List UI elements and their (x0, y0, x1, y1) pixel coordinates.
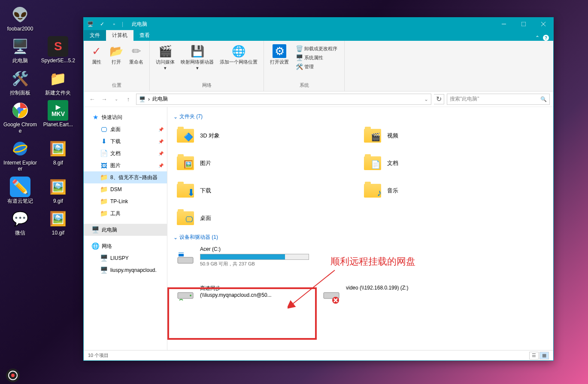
folder-pictures[interactable]: 🖼️图片 (173, 149, 361, 177)
drive-c[interactable]: Acer (C:) 50.9 GB 可用，共 237 GB (173, 243, 311, 271)
help-icon[interactable]: ? (543, 35, 549, 41)
address-bar: ← → ⌄ ↑ 🖥️ › 此电脑 ⌄ ↻ 搜索"此电脑" 🔍 (84, 91, 553, 107)
nav-forward-button[interactable]: → (99, 94, 109, 104)
svg-rect-11 (179, 253, 184, 254)
section-folders[interactable]: ⌄文件夹 (7) (173, 111, 547, 122)
window-title: 此电脑 (132, 21, 147, 28)
svg-rect-5 (521, 22, 526, 26)
breadcrumb-this-pc[interactable]: 此电脑 (152, 95, 168, 103)
nav-folder-router[interactable]: 📁8、值无不言~路由器 (84, 171, 167, 183)
pin-icon: 📌 (158, 151, 164, 156)
address-input[interactable]: 🖥️ › 此电脑 ⌄ (136, 94, 431, 105)
folder-music[interactable]: ♪音乐 (361, 177, 548, 204)
pin-icon: 📌 (158, 139, 164, 144)
status-bar: 10 个项目 ☰ ▦ (84, 350, 553, 360)
ribbon-collapse-icon[interactable]: ⌃ (535, 35, 540, 41)
pc-icon: 🖥️ (139, 96, 145, 102)
youdao-icon[interactable]: ✏️有道云笔记 (3, 177, 37, 204)
refresh-button[interactable]: ↻ (434, 94, 444, 104)
tab-view[interactable]: 查看 (133, 30, 156, 41)
nav-folder-dsm[interactable]: 📁DSM (84, 183, 167, 195)
explorer-window: 🖥️ ✓ ▫ | 此电脑 文件 计算机 查看 ⌃ ? ✓属性 📂打开 ✏重命名 (83, 17, 554, 361)
svg-rect-8 (178, 257, 193, 263)
nav-liuspy[interactable]: 🖥️LIUSPY (84, 252, 167, 264)
tab-computer[interactable]: 计算机 (106, 30, 133, 41)
nav-documents[interactable]: 📄文档📌 (84, 147, 167, 159)
open-button[interactable]: 📂打开 (107, 43, 126, 67)
tab-file[interactable]: 文件 (84, 30, 106, 41)
pin-icon: 📌 (158, 163, 164, 168)
maximize-button[interactable] (514, 18, 533, 30)
titlebar[interactable]: 🖥️ ✓ ▫ | 此电脑 (84, 18, 553, 30)
folder-3d-objects[interactable]: 🔷3D 对象 (173, 122, 361, 149)
open-settings-button[interactable]: ⚙打开设置 (267, 43, 291, 67)
this-pc-icon[interactable]: 🖥️此电脑 (3, 36, 37, 64)
mkv-file-icon[interactable]: ▶MKVPlanet.Eart... (41, 100, 75, 128)
minimize-button[interactable] (494, 18, 514, 30)
nav-this-pc[interactable]: 🖥️此电脑 (84, 224, 167, 236)
gif-8-icon[interactable]: 🖼️8.gif (41, 138, 75, 166)
app-icon: 🖥️ (86, 20, 94, 28)
navigation-pane[interactable]: ★快速访问 🖵桌面📌 ⬇下载📌 📄文档📌 🖼图片📌 📁8、值无不言~路由器 📁D… (84, 107, 167, 350)
system-properties-button[interactable]: 🖥️系统属性 (294, 53, 339, 62)
drive-icon (175, 246, 196, 267)
desktop-icons-area: 👽foobar2000 🖥️此电脑 SSpyder5E...5.2 🛠️控制面板… (0, 0, 82, 241)
access-media-button[interactable]: 🎬访问媒体▾ (153, 43, 177, 73)
view-details-button[interactable]: ☰ (529, 352, 539, 360)
content-pane[interactable]: ⌄文件夹 (7) 🔷3D 对象 🖼️图片 ⬇下载 🖵桌面 🎬视频 📄文档 ♪音乐… (167, 107, 553, 350)
nav-folder-tplink[interactable]: 📁TP-Link (84, 195, 167, 207)
uninstall-button[interactable]: 🗑️卸载或更改程序 (294, 44, 339, 53)
close-button[interactable] (533, 18, 553, 30)
add-location-button[interactable]: 🌐添加一个网络位置 (217, 43, 260, 67)
rename-button[interactable]: ✏重命名 (127, 43, 146, 67)
folder-downloads[interactable]: ⬇下载 (173, 177, 361, 204)
properties-button[interactable]: ✓属性 (87, 43, 106, 67)
nav-qnap[interactable]: 🖥️liuspy.myqnapcloud. (84, 264, 167, 276)
pin-icon: 📌 (158, 127, 164, 132)
taskbar-app[interactable] (0, 367, 26, 384)
ribbon-tabs: 文件 计算机 查看 ⌃ ? (84, 30, 553, 41)
nav-quick-access[interactable]: ★快速访问 (84, 111, 167, 123)
map-drive-button[interactable]: 💾映射网络驱动器▾ (178, 43, 216, 73)
control-panel-icon[interactable]: 🛠️控制面板 (3, 68, 37, 96)
spyder-icon[interactable]: SSpyder5E...5.2 (41, 36, 75, 64)
new-folder-icon[interactable]: 📁新建文件夹 (41, 68, 75, 96)
gif-9-icon[interactable]: 🖼️9.gif (41, 177, 75, 204)
chevron-down-icon: ⌄ (173, 114, 178, 120)
nav-pictures[interactable]: 🖼图片📌 (84, 159, 167, 171)
nav-recent-button[interactable]: ⌄ (111, 94, 121, 104)
address-dropdown-icon[interactable]: ⌄ (424, 96, 428, 102)
network-location-qnap[interactable]: 高速同步 (\\liuspy.myqnapcloud.cn@50... (173, 281, 311, 309)
nav-folder-tools[interactable]: 📁工具 (84, 207, 167, 219)
qat-folder-icon[interactable]: ▫ (110, 20, 118, 28)
annotation-text: 顺利远程挂载的网盘 (330, 255, 415, 268)
qat-properties-icon[interactable]: ✓ (98, 20, 106, 28)
network-location-video[interactable]: video (\\192.168.0.199) (Z:) (319, 281, 457, 309)
svg-rect-10 (179, 251, 184, 253)
gif-10-icon[interactable]: 🖼️10.gif (41, 208, 75, 236)
foobar2000-icon[interactable]: 👽foobar2000 (3, 4, 37, 32)
drive-usage-bar (200, 254, 309, 260)
search-icon: 🔍 (540, 96, 547, 102)
manage-button[interactable]: 🛠️管理 (294, 62, 339, 71)
nav-desktop[interactable]: 🖵桌面📌 (84, 123, 167, 135)
folder-documents[interactable]: 📄文档 (361, 149, 548, 177)
network-drive-disconnected-icon (321, 285, 342, 305)
nav-downloads[interactable]: ⬇下载📌 (84, 135, 167, 147)
view-icons-button[interactable]: ▦ (540, 352, 549, 360)
nav-up-button[interactable]: ↑ (123, 94, 133, 104)
section-devices[interactable]: ⌄设备和驱动器 (1) (173, 232, 547, 243)
folder-videos[interactable]: 🎬视频 (361, 122, 548, 149)
search-input[interactable]: 搜索"此电脑" 🔍 (447, 94, 550, 105)
svg-point-19 (11, 374, 15, 377)
status-item-count: 10 个项目 (88, 352, 109, 359)
ribbon: ✓属性 📂打开 ✏重命名 位置 🎬访问媒体▾ 💾映射网络驱动器▾ 🌐添加一个网络… (84, 41, 553, 91)
svg-point-13 (190, 295, 191, 296)
ie-icon[interactable]: Internet Explorer (3, 138, 37, 172)
chrome-icon[interactable]: Google Chrome (3, 100, 37, 134)
wechat-icon[interactable]: 💬微信 (3, 208, 37, 236)
nav-network[interactable]: 🌐网络 (84, 240, 167, 252)
nav-back-button[interactable]: ← (87, 94, 97, 104)
chevron-down-icon: ⌄ (173, 235, 178, 241)
folder-desktop[interactable]: 🖵桌面 (173, 204, 361, 232)
